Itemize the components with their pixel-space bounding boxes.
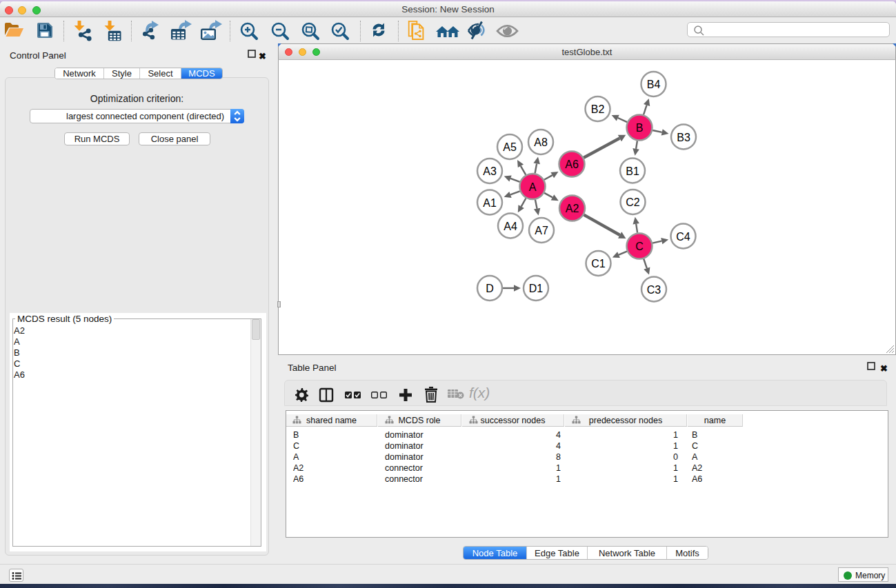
svg-text:A: A	[529, 181, 537, 193]
svg-text:B4: B4	[647, 79, 661, 90]
svg-text:C1: C1	[591, 258, 606, 270]
svg-text:A7: A7	[535, 225, 548, 236]
svg-text:B1: B1	[626, 165, 639, 177]
svg-text:A2: A2	[566, 203, 579, 214]
svg-text:C4: C4	[676, 231, 690, 243]
svg-text:A5: A5	[503, 141, 517, 153]
svg-text:D1: D1	[529, 283, 544, 294]
svg-text:B2: B2	[591, 103, 605, 115]
svg-text:f(x): f(x)	[469, 385, 490, 401]
svg-text:A4: A4	[504, 221, 517, 232]
svg-text:C3: C3	[647, 284, 661, 296]
svg-text:C: C	[635, 241, 644, 252]
svg-text:A1: A1	[483, 197, 497, 209]
svg-text:B: B	[636, 122, 644, 134]
svg-text:B3: B3	[677, 132, 690, 143]
svg-text:C2: C2	[626, 196, 640, 208]
svg-text:A8: A8	[534, 136, 548, 148]
svg-text:A3: A3	[483, 165, 497, 177]
svg-text:A6: A6	[565, 159, 579, 170]
svg-text:D: D	[486, 283, 494, 294]
